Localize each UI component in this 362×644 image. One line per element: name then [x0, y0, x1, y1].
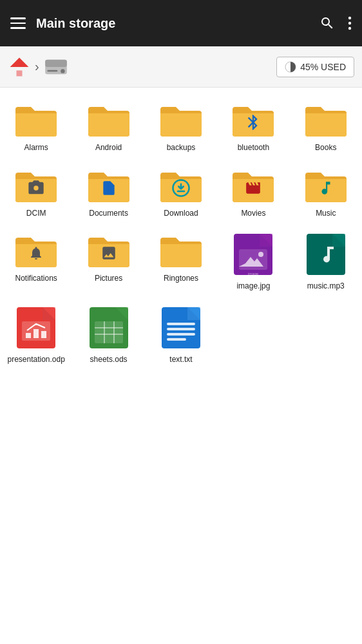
picture-icon	[100, 245, 117, 261]
folder-icon-music	[303, 166, 349, 205]
svg-point-0	[348, 17, 351, 19]
svg-point-1	[348, 22, 351, 24]
svg-rect-14	[260, 234, 272, 247]
folder-icon-pictures	[86, 231, 132, 270]
folder-icon-notifications	[13, 231, 59, 270]
storage-icon	[43, 55, 69, 79]
list-item[interactable]: Music	[290, 158, 362, 224]
folder-icon-download	[158, 166, 204, 205]
storage-used-icon	[285, 61, 296, 73]
svg-text:image: image	[248, 272, 259, 276]
file-label: backups	[167, 143, 196, 153]
list-item[interactable]: backups	[145, 93, 217, 158]
file-label: Notifications	[15, 274, 57, 284]
search-button[interactable]	[319, 15, 335, 31]
list-item[interactable]: image image.jpg	[217, 223, 289, 297]
file-label: Alarms	[24, 143, 48, 153]
folder-icon-ringtones	[158, 231, 204, 270]
svg-rect-36	[167, 328, 195, 330]
list-item[interactable]: Alarms	[0, 93, 72, 158]
header-actions	[319, 15, 352, 31]
svg-rect-28	[95, 321, 123, 343]
file-icon-image: image	[230, 231, 276, 278]
file-label: bluetooth	[238, 143, 269, 153]
list-item[interactable]: bluetooth	[217, 93, 289, 158]
file-label: image.jpg	[236, 281, 270, 292]
file-icon-music	[303, 231, 349, 278]
svg-rect-19	[332, 234, 345, 247]
list-item[interactable]: music.mp3	[290, 223, 362, 297]
text-file-icon	[158, 305, 204, 351]
svg-rect-25	[41, 331, 46, 338]
list-item[interactable]: Android	[72, 93, 144, 158]
storage-used-badge: 45% USED	[276, 57, 354, 77]
image-file-icon: image	[230, 231, 276, 278]
folder-icon-android	[86, 100, 132, 139]
svg-rect-35	[167, 323, 195, 325]
hamburger-menu-button[interactable]	[10, 17, 26, 29]
page-title: Main storage	[36, 16, 309, 31]
home-icon	[8, 55, 31, 79]
file-label: presentation.odp	[7, 355, 64, 365]
bluetooth-icon	[244, 113, 262, 131]
file-label: Ringtones	[164, 274, 198, 284]
list-item[interactable]: Pictures	[72, 223, 144, 297]
list-item[interactable]: Ringtones	[145, 223, 217, 297]
presentation-file-icon	[13, 305, 59, 351]
list-item[interactable]: Notifications	[0, 223, 72, 297]
file-label: text.txt	[169, 355, 192, 365]
file-label: music.mp3	[307, 281, 345, 292]
home-breadcrumb[interactable]	[8, 55, 31, 79]
svg-rect-24	[33, 329, 39, 338]
svg-point-9	[61, 69, 64, 73]
svg-rect-21	[43, 307, 55, 320]
audio-file-icon	[303, 231, 349, 278]
file-label: Download	[164, 209, 198, 219]
notification-icon	[28, 245, 44, 261]
app-header: Main storage	[0, 0, 362, 46]
list-item[interactable]: Movies	[217, 158, 289, 224]
svg-marker-3	[10, 57, 29, 66]
file-label: sheets.ods	[90, 355, 128, 365]
spreadsheet-file-icon	[86, 305, 132, 351]
list-item[interactable]: text.txt	[145, 297, 217, 370]
more-options-button[interactable]	[348, 15, 352, 31]
list-item[interactable]: presentation.odp	[0, 297, 72, 370]
svg-rect-34	[187, 307, 200, 320]
folder-icon-bluetooth	[230, 100, 276, 139]
file-label: Books	[315, 143, 336, 153]
film-icon	[245, 180, 262, 196]
list-item[interactable]: Books	[290, 93, 362, 158]
breadcrumb-separator: ›	[35, 59, 39, 74]
svg-rect-37	[167, 333, 195, 336]
svg-rect-8	[45, 59, 67, 66]
file-label: Android	[95, 143, 122, 153]
folder-icon-alarms	[13, 100, 59, 139]
file-label: Movies	[241, 209, 265, 219]
svg-rect-38	[167, 338, 186, 341]
svg-rect-10	[47, 70, 57, 71]
storage-used-text: 45% USED	[300, 62, 346, 72]
svg-point-16	[258, 252, 263, 257]
storage-breadcrumb[interactable]	[43, 55, 69, 79]
list-item[interactable]: Download	[145, 158, 217, 224]
camera-icon	[27, 179, 45, 197]
list-item[interactable]: Documents	[72, 158, 144, 224]
list-item[interactable]: DCIM	[0, 158, 72, 224]
folder-icon-books	[303, 100, 349, 139]
file-icon-presentation	[13, 305, 59, 351]
folder-icon-dcim	[13, 166, 59, 205]
file-label: Music	[316, 209, 336, 219]
file-icon-text	[158, 305, 204, 351]
download-icon	[171, 178, 191, 198]
svg-rect-23	[26, 333, 31, 338]
svg-rect-5	[17, 70, 23, 76]
folder-icon-documents	[86, 166, 132, 205]
svg-rect-15	[239, 249, 267, 270]
breadcrumb-bar: › 45% USED	[0, 46, 362, 88]
docs-icon	[100, 180, 117, 196]
list-item[interactable]: sheets.ods	[72, 297, 144, 370]
file-grid: Alarms Android backups bluetooth	[0, 88, 362, 375]
file-label: Documents	[89, 209, 128, 219]
file-label: DCIM	[26, 209, 46, 219]
